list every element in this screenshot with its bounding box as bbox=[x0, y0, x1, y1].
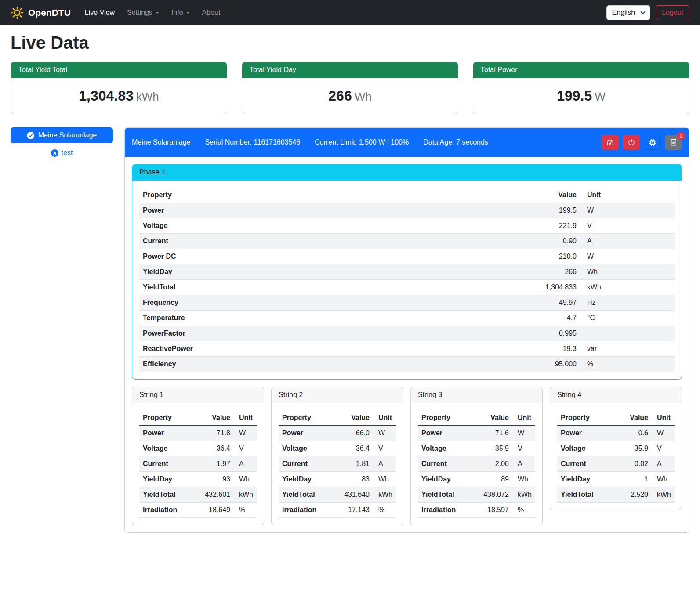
property-name: Current bbox=[418, 456, 478, 472]
string-table: Property Value Unit Power71.8WVoltage36.… bbox=[139, 410, 257, 518]
property-unit: kWh bbox=[652, 487, 675, 503]
property-unit: % bbox=[373, 503, 396, 518]
property-unit: W bbox=[652, 426, 675, 441]
chevron-down-icon bbox=[640, 9, 645, 14]
property-value: 2.520 bbox=[617, 487, 652, 503]
inverter-serial: Serial Number: 116171603546 bbox=[205, 138, 300, 146]
page-title: Live Data bbox=[11, 33, 689, 53]
table-row: Power71.8W bbox=[139, 426, 257, 441]
property-value: 18.597 bbox=[478, 503, 512, 518]
brand[interactable]: OpenDTU bbox=[11, 6, 71, 19]
table-header-row: Property Value Unit bbox=[279, 410, 396, 426]
table-row: Power0.6W bbox=[557, 426, 675, 441]
logout-button[interactable]: Logout bbox=[656, 5, 689, 20]
table-row: Power66.0W bbox=[279, 426, 396, 441]
inverter-panel: Meine Solaranlage Serial Number: 1161716… bbox=[124, 127, 689, 533]
string-card-title: String 2 bbox=[272, 387, 403, 403]
property-name: YieldDay bbox=[279, 472, 339, 487]
nav-right: English Logout bbox=[606, 5, 689, 20]
column-value: Value bbox=[339, 410, 373, 426]
inverter-button-test[interactable]: test bbox=[51, 149, 73, 157]
property-name: Irradiation bbox=[279, 503, 339, 518]
inverter-limit: Current Limit: 1,500 W | 100% bbox=[315, 138, 409, 146]
property-name: Voltage bbox=[557, 441, 617, 456]
language-select[interactable]: English bbox=[606, 5, 650, 20]
table-row: Power71.6W bbox=[418, 426, 535, 441]
strings-grid: String 1 Property Value Unit bbox=[132, 387, 682, 525]
property-name: YieldDay bbox=[139, 264, 523, 280]
nav-item-info[interactable]: Info bbox=[171, 9, 190, 17]
event-log-button[interactable]: 2 bbox=[665, 135, 682, 150]
property-unit: W bbox=[580, 203, 675, 218]
property-value: 210.0 bbox=[523, 249, 580, 264]
column-property: Property bbox=[557, 410, 617, 426]
string-card-title: String 1 bbox=[132, 387, 264, 403]
property-name: Voltage bbox=[139, 441, 199, 456]
power-button[interactable] bbox=[623, 135, 640, 150]
nav-item-about[interactable]: About bbox=[202, 9, 221, 17]
property-value: 19.3 bbox=[523, 341, 580, 357]
table-row: Current2.00A bbox=[418, 456, 535, 472]
property-value: 1.97 bbox=[199, 456, 234, 472]
journal-icon bbox=[670, 138, 678, 146]
property-name: Voltage bbox=[418, 441, 478, 456]
property-value: 35.9 bbox=[617, 441, 652, 456]
column-unit: Unit bbox=[652, 410, 675, 426]
property-value: 49.97 bbox=[523, 295, 580, 311]
property-value: 0.995 bbox=[523, 326, 580, 341]
property-value: 89 bbox=[478, 472, 512, 487]
property-name: Frequency bbox=[139, 295, 523, 311]
summary-card-total-yield-total: Total Yield Total 1,304.83kWh bbox=[11, 62, 227, 114]
property-name: Current bbox=[557, 456, 617, 472]
property-name: YieldTotal bbox=[557, 487, 617, 503]
column-property: Property bbox=[139, 188, 523, 203]
language-select-value: English bbox=[612, 9, 635, 17]
table-row: Voltage36.4V bbox=[279, 441, 396, 456]
column-unit: Unit bbox=[234, 410, 257, 426]
string-table: Property Value Unit Power66.0WVoltage36.… bbox=[279, 410, 396, 518]
nav-item-live-view[interactable]: Live View bbox=[85, 9, 115, 17]
property-unit: Wh bbox=[234, 472, 257, 487]
property-name: Current bbox=[139, 456, 199, 472]
property-name: Power bbox=[418, 426, 478, 441]
top-navbar: OpenDTU Live View Settings Info About En… bbox=[0, 0, 700, 25]
table-row: Irradiation17.143% bbox=[279, 503, 396, 518]
property-value: 71.8 bbox=[199, 426, 234, 441]
table-row: Current0.90A bbox=[139, 234, 675, 249]
property-name: Temperature bbox=[139, 311, 523, 326]
property-unit: kWh bbox=[512, 487, 535, 503]
summary-card-total-power: Total Power 199.5W bbox=[473, 62, 689, 114]
limit-settings-button[interactable] bbox=[602, 135, 619, 150]
property-unit: kWh bbox=[580, 280, 675, 295]
string-card-2: String 2 Property Value Unit bbox=[271, 387, 403, 525]
phase-card: Phase 1 Property Value Unit Power199.5WV… bbox=[132, 164, 682, 380]
property-unit: W bbox=[512, 426, 535, 441]
inverter-button-meine-solaranlage[interactable]: Meine Solaranlage bbox=[11, 127, 113, 143]
inverter-button-label: test bbox=[62, 149, 73, 157]
property-value: 432.601 bbox=[199, 487, 234, 503]
table-row: ReactivePower19.3var bbox=[139, 341, 675, 357]
property-value: 36.4 bbox=[199, 441, 234, 456]
brand-label: OpenDTU bbox=[28, 7, 71, 18]
string-card-title: String 3 bbox=[411, 387, 542, 403]
cpu-icon bbox=[649, 138, 656, 146]
property-name: ReactivePower bbox=[139, 341, 523, 357]
device-info-button[interactable] bbox=[644, 135, 661, 150]
property-value: 0.90 bbox=[523, 234, 580, 249]
string-card-4: String 4 Property Value Unit bbox=[550, 387, 682, 510]
property-value: 17.143 bbox=[339, 503, 373, 518]
property-unit: W bbox=[373, 426, 396, 441]
nav-item-settings[interactable]: Settings bbox=[127, 9, 159, 17]
summary-card-body: 1,304.83kWh bbox=[11, 78, 227, 114]
table-row: Current0.02A bbox=[557, 456, 675, 472]
column-property: Property bbox=[139, 410, 199, 426]
inverter-button-label: Meine Solaranlage bbox=[38, 131, 97, 139]
nav-links: Live View Settings Info About bbox=[85, 9, 221, 17]
property-name: Voltage bbox=[279, 441, 339, 456]
string-table: Property Value Unit Power0.6WVoltage35.9… bbox=[557, 410, 675, 503]
inverter-selector: Meine Solaranlage test bbox=[11, 127, 113, 157]
property-unit: V bbox=[580, 218, 675, 234]
table-row: Voltage35.9V bbox=[418, 441, 535, 456]
table-row: Irradiation18.649% bbox=[139, 503, 257, 518]
column-property: Property bbox=[279, 410, 339, 426]
